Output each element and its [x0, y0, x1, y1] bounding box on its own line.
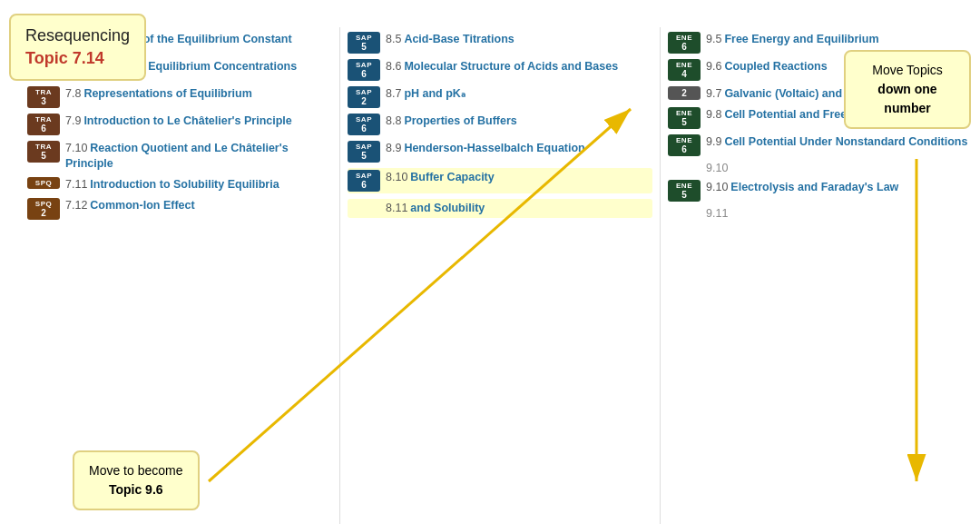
topic-row: 9.11	[668, 207, 973, 220]
topic-row: SPQ 2 7.12Common-Ion Effect	[27, 198, 332, 220]
topic-number: 9.8	[706, 108, 721, 121]
topic-number: 7.10	[65, 142, 87, 154]
topic-row: SAP 5 8.9Henderson-Hasselbalch Equation	[348, 141, 652, 163]
topic-row: 8.11and Solubility	[348, 199, 652, 218]
topic-link[interactable]: 8.10Buffer Capacity	[386, 171, 495, 183]
topic-row: SAP 6 8.10Buffer Capacity	[348, 168, 652, 193]
topic-link[interactable]: 8.9Henderson-Hasselbalch Equation	[386, 142, 585, 154]
topic-number: 7.9	[65, 114, 81, 127]
move-to-line2: Topic 9.6	[109, 482, 163, 497]
topic-row: SAP 2 8.7pH and pKₐ	[348, 86, 652, 108]
columns-area: TRA 5 7.6Properties of the Equilibrium C…	[0, 0, 980, 524]
topic-link[interactable]: 9.6Coupled Reactions	[706, 60, 828, 73]
topic-num-empty: 9.10	[706, 162, 728, 174]
topic-link[interactable]: 8.6Molecular Structure of Acids and Base…	[386, 60, 618, 73]
topic-link[interactable]: 9.5Free Energy and Equilibrium	[706, 33, 879, 45]
topic-link[interactable]: 9.10Electrolysis and Faraday's Law	[706, 181, 898, 193]
topic-link[interactable]: 8.7pH and pKₐ	[386, 87, 466, 100]
move-topics-box: Move Topics down one number	[844, 50, 971, 129]
topic-row: ENE 5 9.10Electrolysis and Faraday's Law	[668, 180, 973, 202]
resequencing-box: Resequencing Topic 7.14	[9, 14, 146, 81]
resequencing-title: Resequencing	[25, 26, 130, 44]
topic-link[interactable]: 8.8Properties of Buffers	[386, 114, 517, 127]
topic-link[interactable]: 7.10Reaction Quotient and Le Châtelier's…	[65, 142, 289, 170]
topic-link[interactable]: 7.9Introduction to Le Châtelier's Princi…	[65, 114, 292, 127]
topic-number: 9.6	[706, 60, 721, 73]
topic-row: SAP 6 8.6Molecular Structure of Acids an…	[348, 59, 652, 81]
topic-row: TRA 3 7.8Representations of Equilibrium	[27, 86, 332, 108]
topic-number: 8.5	[386, 33, 401, 45]
topic-number: 9.9	[706, 135, 721, 148]
topic-row: 9.10	[668, 162, 973, 174]
topic-row: SAP 6 8.8Properties of Buffers	[348, 114, 652, 135]
topic-link[interactable]: 9.9Cell Potential Under Nonstandard Cond…	[706, 135, 967, 148]
col1: TRA 5 7.6Properties of the Equilibrium C…	[0, 27, 340, 524]
topic-number: 7.11	[65, 178, 87, 191]
topic-link[interactable]: 8.5Acid-Base Titrations	[386, 33, 514, 45]
move-to-box: Move to become Topic 9.6	[73, 450, 200, 510]
topic-number: 7.8	[65, 87, 81, 100]
topic-number: 9.7	[706, 87, 721, 100]
topic-number: 7.12	[65, 199, 87, 212]
topic-number: 8.6	[386, 60, 401, 73]
move-topics-line2: down one number	[877, 82, 936, 115]
topic-row: TRA 6 7.9Introduction to Le Châtelier's …	[27, 114, 332, 135]
col2: SAP 5 8.5Acid-Base Titrations SAP 6 8.6M…	[340, 27, 661, 524]
topic-link[interactable]: 7.12Common-Ion Effect	[65, 199, 195, 212]
topic-row: SAP 5 8.5Acid-Base Titrations	[348, 32, 652, 54]
topic-number: 8.8	[386, 114, 401, 127]
topic-number: 8.9	[386, 142, 401, 154]
topic-number: 9.10	[706, 181, 728, 193]
topic-link[interactable]: 7.8Representations of Equilibrium	[65, 87, 252, 100]
topic-num-empty: 9.11	[706, 207, 728, 220]
resequencing-topic: Topic 7.14	[25, 49, 104, 67]
topic-link[interactable]: 7.11Introduction to Solubility Equilibri…	[65, 178, 279, 191]
topic-number: 8.7	[386, 87, 401, 100]
topic-link[interactable]: 8.11and Solubility	[386, 202, 485, 214]
move-topics-line1: Move Topics	[872, 63, 943, 77]
topic-number: 8.10	[386, 171, 407, 183]
topic-number: 9.5	[706, 33, 721, 45]
topic-number: 8.11	[386, 202, 407, 214]
topic-row: SPQ 7.11Introduction to Solubility Equil…	[27, 177, 332, 193]
move-to-line1: Move to become	[89, 463, 183, 478]
topic-row: TRA 5 7.10Reaction Quotient and Le Châte…	[27, 141, 332, 172]
topic-row: ENE 6 9.9Cell Potential Under Nonstandar…	[668, 134, 973, 156]
